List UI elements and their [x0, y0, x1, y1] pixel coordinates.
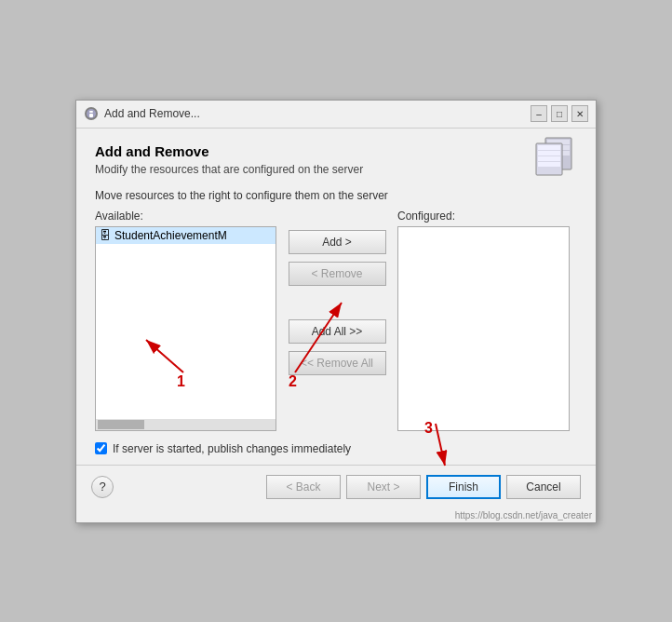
checkbox-area: If server is started, publish changes im… — [95, 442, 577, 465]
minimize-button[interactable]: – — [531, 105, 547, 122]
finish-button-container: Finish 3 — [426, 475, 501, 499]
dialog-title: Add and Remove... — [104, 107, 531, 120]
item-icon: 🗄 — [100, 229, 111, 242]
transfer-buttons: Add > < Remove Add All >> << Remove All — [276, 230, 397, 375]
configured-section: Configured: — [397, 210, 570, 431]
svg-rect-9 — [538, 145, 560, 150]
dialog-footer: ? < Back Next > Finish 3 Cancel — [76, 465, 596, 508]
add-button[interactable]: Add > — [289, 230, 386, 254]
available-label: Available: — [95, 210, 276, 223]
scrollbar-thumb — [98, 420, 144, 429]
watermark-text: https://blog.csdn.net/java_creater — [76, 508, 596, 522]
svg-rect-11 — [538, 156, 560, 161]
cancel-button[interactable]: Cancel — [506, 475, 581, 499]
available-list-item[interactable]: 🗄 StudentAchievementM — [96, 227, 276, 244]
svg-rect-3 — [89, 114, 93, 117]
svg-rect-2 — [89, 111, 93, 113]
svg-rect-10 — [538, 151, 560, 156]
footer-left: ? — [91, 476, 114, 498]
back-button[interactable]: < Back — [266, 475, 341, 499]
window-controls: – □ ✕ — [531, 105, 588, 122]
page-subtitle: Modify the resources that are configured… — [95, 163, 577, 176]
dialog-content: Add and Remove Modify the resources that… — [76, 128, 596, 465]
lists-container: Available: 🗄 StudentAchievementM Add > — [95, 210, 577, 431]
restore-button[interactable]: □ — [551, 105, 568, 122]
remove-button[interactable]: < Remove — [289, 262, 386, 286]
close-button[interactable]: ✕ — [571, 105, 588, 122]
lists-area: Available: 🗄 StudentAchievementM Add > — [95, 210, 577, 431]
add-remove-dialog: Add and Remove... – □ ✕ Add and Remove M… — [75, 100, 597, 523]
configured-label: Configured: — [397, 210, 570, 223]
available-list[interactable]: 🗄 StudentAchievementM — [95, 226, 276, 431]
dialog-icon — [84, 106, 99, 121]
available-scrollbar[interactable] — [96, 419, 276, 430]
publish-checkbox[interactable] — [95, 442, 107, 454]
next-button[interactable]: Next > — [346, 475, 421, 499]
header-area: Add and Remove Modify the resources that… — [95, 143, 577, 176]
configured-list[interactable] — [397, 226, 570, 431]
publish-checkbox-label[interactable]: If server is started, publish changes im… — [113, 442, 351, 455]
add-all-button[interactable]: Add All >> — [289, 319, 386, 344]
page-title: Add and Remove — [95, 143, 577, 159]
footer-right: < Back Next > Finish 3 Cancel — [266, 475, 581, 499]
help-button[interactable]: ? — [91, 476, 114, 498]
instruction-text: Move resources to the right to configure… — [95, 189, 577, 202]
available-item-text: StudentAchievementM — [114, 229, 227, 242]
available-section: Available: 🗄 StudentAchievementM — [95, 210, 276, 431]
server-icon — [531, 136, 577, 180]
title-bar: Add and Remove... – □ ✕ — [76, 101, 596, 128]
svg-rect-12 — [538, 162, 560, 167]
remove-all-button[interactable]: << Remove All — [289, 351, 386, 375]
finish-button[interactable]: Finish — [426, 475, 501, 499]
